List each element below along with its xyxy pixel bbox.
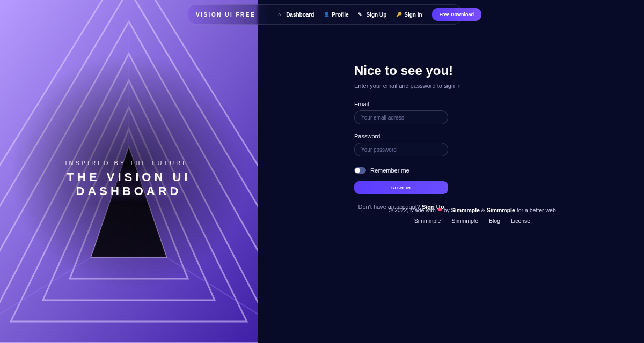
hero-panel: INSPIRED BY THE FUTURE: THE VISION UI DA… (0, 0, 258, 343)
nav-profile-label: Profile (332, 12, 348, 18)
email-input[interactable] (354, 110, 448, 124)
footer-link-simmmple-1[interactable]: Simmmple (414, 218, 441, 224)
footer-tagline: for a better web (517, 207, 556, 213)
free-download-button[interactable]: Free Download (432, 8, 482, 21)
nav-dashboard[interactable]: ⌂ Dashboard (278, 12, 314, 18)
nav-dashboard-label: Dashboard (286, 12, 314, 18)
user-icon: 👤 (324, 12, 329, 17)
nav-signup-label: Sign Up (366, 12, 386, 18)
email-label: Email (354, 101, 542, 107)
key-icon: 🔑 (396, 12, 401, 17)
signin-panel: Nice to see you! Enter your email and pa… (354, 63, 542, 210)
footer-author-2: Simmmple (487, 207, 515, 213)
brand-logo: VISION UI FREE (196, 12, 255, 18)
footer-copyright: © 2022, Made with ❤ by Simmmple & Simmmp… (322, 207, 623, 213)
password-input[interactable] (354, 143, 448, 156)
signin-subtitle: Enter your email and password to sign in (354, 83, 542, 89)
home-icon: ⌂ (278, 12, 283, 17)
signin-heading: Nice to see you! (354, 63, 542, 78)
signin-button[interactable]: SIGN IN (354, 181, 448, 194)
footer-link-blog[interactable]: Blog (489, 218, 500, 224)
footer-amp: & (481, 207, 485, 213)
footer-by: by (444, 207, 450, 213)
top-nav: VISION UI FREE ⌂ Dashboard 👤 Profile ✎ S… (188, 4, 462, 25)
remember-toggle[interactable] (354, 167, 366, 174)
nav-profile[interactable]: 👤 Profile (324, 12, 348, 18)
remember-label: Remember me (370, 167, 409, 174)
footer-link-license[interactable]: License (511, 218, 530, 224)
hero-title: THE VISION UI DASHBOARD (16, 170, 241, 198)
nav-signup[interactable]: ✎ Sign Up (358, 12, 386, 18)
heart-icon: ❤ (437, 207, 442, 213)
footer-link-simmmple-2[interactable]: Simmmple (451, 218, 478, 224)
footer-copyright-prefix: © 2022, Made with (389, 207, 436, 213)
password-label: Password (354, 133, 542, 139)
footer-author-1: Simmmple (451, 207, 480, 213)
signup-icon: ✎ (358, 12, 363, 17)
nav-signin-label: Sign In (404, 12, 422, 18)
footer: © 2022, Made with ❤ by Simmmple & Simmmp… (322, 207, 623, 224)
hero-subtitle: INSPIRED BY THE FUTURE: (16, 160, 241, 166)
nav-signin[interactable]: 🔑 Sign In (396, 12, 422, 18)
